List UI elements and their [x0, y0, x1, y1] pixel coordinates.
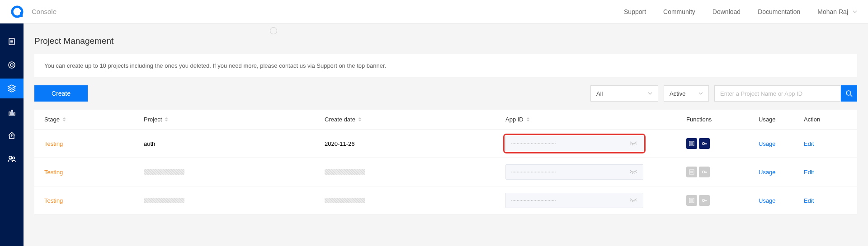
svg-rect-11 [14, 113, 15, 115]
sidebar-item-analytics[interactable] [0, 102, 24, 122]
function-rtc-icon[interactable] [686, 195, 697, 206]
create-button[interactable]: Create [34, 85, 88, 102]
th-usage: Usage [759, 116, 804, 123]
svg-point-36 [703, 200, 705, 202]
bar-chart-icon [7, 107, 16, 116]
app-id-masked: •••••••••••••••••••••••••••••••• [511, 199, 556, 202]
document-stack-icon [7, 37, 16, 46]
spinner-icon [270, 27, 277, 34]
stage-link[interactable]: Testing [44, 197, 63, 204]
svg-point-28 [703, 171, 705, 173]
table-header: Stage Project Create date App ID Functio… [34, 110, 857, 130]
toolbar: Create All Active [34, 85, 857, 102]
search-button[interactable] [841, 85, 857, 102]
svg-point-13 [13, 157, 15, 159]
redacted-project [144, 169, 184, 175]
sort-icon [62, 117, 67, 121]
sidebar-item-docs[interactable] [0, 32, 24, 51]
redacted-date [325, 169, 365, 175]
target-icon [7, 60, 16, 70]
edit-link[interactable]: Edit [804, 140, 814, 147]
table-row: Testingauth2020-11-26•••••••••••••••••••… [34, 130, 857, 158]
redacted-date [325, 198, 365, 203]
table-row: Testing••••••••••••••••••••••••••••••••U… [34, 158, 857, 186]
layers-icon [7, 84, 16, 93]
th-stage[interactable]: Stage [44, 116, 144, 123]
eye-closed-icon[interactable] [629, 141, 637, 146]
chevron-down-icon [648, 91, 652, 96]
filter-status-value: Active [670, 90, 685, 97]
page-title: Project Management [34, 36, 857, 46]
th-create-date[interactable]: Create date [325, 116, 505, 123]
sidebar-item-target[interactable] [0, 55, 24, 75]
top-bar: Console Support Community Download Docum… [0, 0, 868, 23]
chevron-down-icon [853, 9, 857, 14]
nav-download[interactable]: Download [712, 8, 741, 15]
function-key-icon[interactable] [699, 195, 710, 206]
user-name: Mohan Raj [817, 8, 848, 15]
stage-link[interactable]: Testing [44, 140, 63, 147]
app-id-box[interactable]: •••••••••••••••••••••••••••••••• [505, 193, 643, 208]
sidebar-item-users[interactable] [0, 149, 24, 169]
header-nav: Support Community Download Documentation [624, 8, 800, 15]
svg-rect-10 [11, 110, 13, 115]
usage-link[interactable]: Usage [759, 197, 776, 204]
redacted-project [144, 198, 184, 203]
projects-table: Stage Project Create date App ID Functio… [34, 110, 857, 215]
app-id-masked: •••••••••••••••••••••••••••••••• [511, 142, 556, 145]
usage-link[interactable]: Usage [759, 140, 776, 147]
stage-link[interactable]: Testing [44, 169, 63, 176]
sort-icon [165, 117, 169, 121]
eye-closed-icon[interactable] [629, 198, 637, 203]
app-id-box[interactable]: •••••••••••••••••••••••••••••••• [505, 136, 643, 151]
svg-rect-1 [20, 12, 23, 17]
logo-icon [11, 5, 24, 18]
nav-support[interactable]: Support [624, 8, 646, 15]
svg-line-15 [850, 95, 852, 97]
table-row: Testing••••••••••••••••••••••••••••••••U… [34, 186, 857, 215]
search-input[interactable] [714, 85, 841, 102]
user-menu[interactable]: Mohan Raj [817, 8, 857, 15]
svg-point-20 [703, 143, 705, 145]
sort-icon [358, 117, 363, 121]
svg-point-6 [9, 62, 15, 68]
th-action: Action [804, 116, 840, 123]
nav-community[interactable]: Community [663, 8, 695, 15]
console-label: Console [32, 8, 57, 15]
sidebar-item-upload[interactable] [0, 125, 24, 145]
eye-closed-icon[interactable] [629, 169, 637, 175]
project-name: auth [144, 140, 155, 147]
app-id-masked: •••••••••••••••••••••••••••••••• [511, 171, 556, 173]
svg-rect-9 [9, 112, 10, 115]
function-rtc-icon[interactable] [686, 138, 697, 149]
filter-all-value: All [596, 90, 603, 97]
info-banner: You can create up to 10 projects includi… [34, 54, 857, 77]
sort-icon [526, 117, 531, 121]
th-functions: Functions [686, 116, 759, 123]
function-rtc-icon[interactable] [686, 167, 697, 177]
nav-documentation[interactable]: Documentation [758, 8, 800, 15]
svg-point-7 [10, 64, 13, 66]
th-app-id[interactable]: App ID [505, 116, 686, 123]
app-id-box[interactable]: •••••••••••••••••••••••••••••••• [505, 164, 643, 180]
sidebar-item-projects[interactable] [0, 79, 24, 98]
svg-point-14 [846, 91, 851, 95]
svg-point-12 [9, 156, 12, 159]
function-key-icon[interactable] [699, 167, 710, 177]
usage-link[interactable]: Usage [759, 169, 776, 176]
create-date: 2020-11-26 [325, 140, 355, 147]
sidebar [0, 23, 24, 246]
chevron-down-icon [698, 91, 703, 96]
function-key-icon[interactable] [699, 138, 710, 149]
users-icon [7, 154, 16, 163]
content-area: Project Management You can create up to … [24, 23, 868, 246]
home-upload-icon [7, 131, 16, 140]
filter-status-select[interactable]: Active [664, 85, 709, 102]
search-icon [845, 90, 853, 97]
edit-link[interactable]: Edit [804, 169, 814, 176]
edit-link[interactable]: Edit [804, 197, 814, 204]
th-project[interactable]: Project [144, 116, 325, 123]
filter-all-select[interactable]: All [590, 85, 658, 102]
